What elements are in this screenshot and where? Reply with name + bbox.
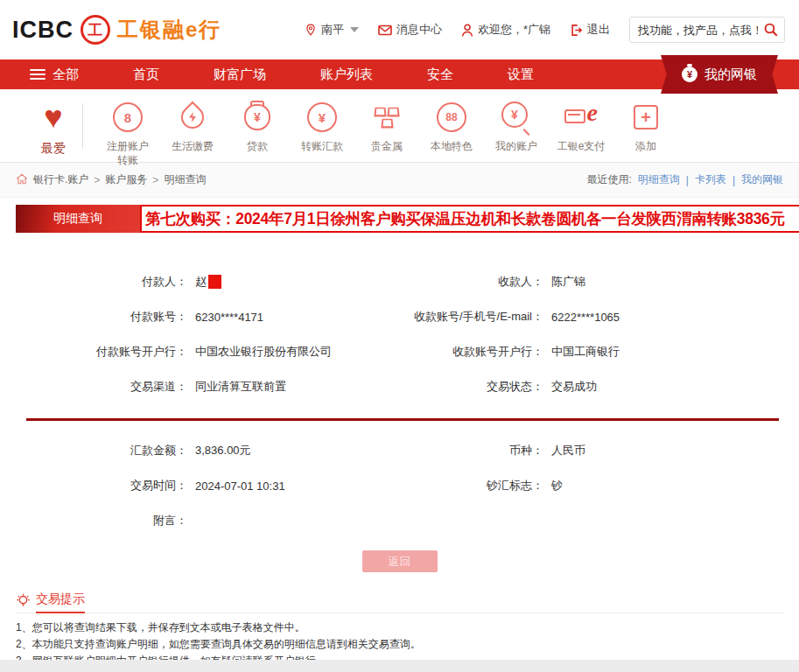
payee-bank-value: 中国工商银行 — [551, 344, 620, 360]
quicklink-precious-metal[interactable]: 贵金属 — [354, 100, 419, 154]
logout-label: 退出 — [587, 22, 610, 38]
quicklink-label: 生活缴费 — [168, 140, 217, 154]
recent-used-label: 最近使用: — [586, 172, 631, 187]
message-center-label: 消息中心 — [396, 22, 442, 38]
quicklink-loan[interactable]: ¥ 贷款 — [225, 100, 290, 154]
search-box — [629, 17, 785, 43]
breadcrumb-row: 银行卡.账户 > 账户服务 > 明细查询 最近使用: 明细查询 | 卡列表 | … — [0, 163, 799, 198]
transaction-tips: 交易提示 1、您可以将查询结果下载，并保存到文本或电子表格文件中。 2、本功能只… — [0, 592, 799, 660]
bulb-icon — [16, 593, 31, 612]
nav-item-settings[interactable]: 设置 — [508, 66, 534, 83]
quicklink-epay[interactable]: e 工银e支付 — [549, 100, 613, 154]
channel-value: 同业清算互联前置 — [195, 379, 286, 395]
quicklink-label: 转账汇款 — [298, 140, 347, 154]
payee-value: 陈广锦 — [551, 274, 585, 290]
quicklink-label: 工银e支付 — [557, 140, 606, 154]
my-ebank-tab[interactable]: ¥ 我的网银 — [661, 55, 778, 94]
transfer-remit-icon: ¥ — [307, 100, 337, 135]
detail-query-tab: 明细查询 — [16, 205, 140, 233]
quicklink-label: 贷款 — [233, 140, 282, 154]
location-pin-icon — [305, 23, 317, 37]
nav-all-label: 全部 — [53, 66, 79, 83]
payer-bank-label: 付款账号开户行： — [16, 344, 195, 360]
payee-account-label: 收款账号/手机号/E-mail： — [385, 309, 551, 325]
quicklink-my-account[interactable]: ¥ 我的账户 — [484, 100, 549, 154]
quicklink-label: 添加 — [621, 140, 670, 154]
message-center-link[interactable]: 消息中心 — [378, 22, 442, 38]
heart-icon: ♥ — [44, 100, 62, 135]
back-button[interactable]: 返回 — [362, 550, 438, 572]
search-icon[interactable] — [763, 22, 779, 41]
channel-label: 交易渠道： — [16, 379, 195, 395]
payer-value: 赵 — [195, 274, 207, 290]
envelope-icon — [378, 24, 392, 36]
search-input[interactable] — [629, 17, 785, 43]
precious-metal-icon — [371, 100, 403, 135]
location-selector[interactable]: 南平 — [305, 22, 359, 38]
quicklink-label: 我的账户 — [492, 140, 541, 154]
section-title-row: 明细查询 第七次购买：2024年7月1日徐州客户购买保温压边机和长款卷圆机各一台… — [16, 205, 799, 233]
tips-list: 1、您可以将查询结果下载，并保存到文本或电子表格文件中。 2、本功能只支持查询账… — [16, 620, 783, 660]
nav-item-accounts[interactable]: 账户列表 — [320, 66, 373, 83]
cash-flag-label: 钞汇标志： — [385, 478, 551, 494]
breadcrumb-item-account-services[interactable]: 账户服务 — [105, 172, 147, 187]
nav-accounts-label: 账户列表 — [320, 66, 373, 83]
welcome-label: 欢迎您，*广锦 — [478, 22, 550, 38]
annotation-note: 第七次购买：2024年7月1日徐州客户购买保温压边机和长款卷圆机各一台发陕西渭南… — [140, 205, 799, 233]
local-feature-icon: 88 — [437, 100, 466, 135]
quicklink-utility-payment[interactable]: 生活缴费 — [160, 100, 225, 154]
quicklink-favorites[interactable]: ♥ 最爱 — [26, 100, 81, 156]
welcome-user[interactable]: 欢迎您，*广锦 — [461, 22, 550, 38]
tips-header: 交易提示 — [16, 592, 783, 613]
tip-item: 3、网银互联账户明细由开户银行提供，如有疑问请联系开户银行。 — [16, 653, 783, 660]
icbc-wordmark: ICBC — [12, 17, 74, 44]
logout-icon — [570, 24, 583, 37]
nav-item-wealth[interactable]: 财富广场 — [214, 66, 266, 83]
logout-button[interactable]: 退出 — [570, 22, 610, 38]
breadcrumb-separator: > — [152, 174, 158, 186]
quicklink-local-feature[interactable]: 88 本地特色 — [419, 100, 484, 154]
recent-link-detail-query[interactable]: 明细查询 — [638, 172, 680, 187]
payee-bank-label: 收款账号开户行： — [385, 344, 551, 360]
nav-item-home[interactable]: 首页 — [133, 66, 159, 83]
nav-security-label: 安全 — [427, 66, 453, 83]
divider — [82, 103, 83, 149]
amount-label: 汇款金额： — [16, 443, 195, 458]
quicklink-transfer-remit[interactable]: ¥ 转账汇款 — [290, 100, 354, 154]
cash-flag-value: 钞 — [551, 478, 563, 494]
currency-label: 币种： — [385, 443, 551, 458]
nav-settings-label: 设置 — [508, 66, 534, 83]
nav-item-all[interactable]: 全部 — [30, 66, 79, 83]
quicklink-register-transfer[interactable]: 8 注册账户转账 — [95, 100, 160, 167]
quick-link-bar: ♥ 最爱 8 注册账户转账 生活缴费 ¥ 贷款 ¥ 转账汇款 贵金属 88 本地… — [0, 89, 799, 163]
currency-value: 人民币 — [551, 443, 585, 458]
detail-row-time-cashflag: 交易时间： 2024-07-01 10:31 钞汇标志： 钞 — [0, 468, 799, 503]
payee-account-value: 6222****1065 — [551, 311, 620, 324]
menu-icon — [30, 66, 46, 82]
nav-wealth-label: 财富广场 — [214, 66, 266, 83]
brand-title: 工银融e行 — [117, 16, 221, 44]
transaction-details: 付款人： 赵 收款人： 陈广锦 付款账号： 6230****4171 收款账号/… — [0, 233, 799, 572]
icbc-emblem-icon: 工 — [81, 15, 110, 45]
nav-item-security[interactable]: 安全 — [427, 66, 453, 83]
my-account-icon: ¥ — [501, 100, 531, 135]
detail-row-memo: 附言： — [0, 503, 799, 538]
breadcrumb-item-bankcard[interactable]: 银行卡.账户 — [33, 172, 88, 187]
recent-link-my-ebank[interactable]: 我的网银 — [741, 172, 783, 187]
top-header: ICBC 工 工银融e行 南平 消息中心 欢迎您，*广锦 退出 — [0, 0, 799, 60]
memo-label: 附言： — [16, 513, 195, 528]
quicklink-add[interactable]: + 添加 — [613, 100, 678, 154]
quicklink-label: 注册账户转账 — [103, 140, 152, 167]
location-label: 南平 — [321, 22, 344, 38]
recent-link-card-list[interactable]: 卡列表 — [695, 172, 726, 187]
status-label: 交易状态： — [385, 379, 551, 395]
icbc-logo[interactable]: ICBC 工 工银融e行 — [12, 15, 221, 45]
epay-icon: e — [564, 100, 598, 135]
user-icon — [461, 24, 473, 37]
home-icon[interactable] — [16, 173, 28, 187]
page: ICBC 工 工银融e行 南平 消息中心 欢迎您，*广锦 退出 — [0, 0, 799, 660]
recent-separator: | — [686, 174, 689, 186]
main-nav: 全部 首页 财富广场 账户列表 安全 设置 ¥ 我的网银 — [0, 60, 799, 89]
detail-row-channel-status: 交易渠道： 同业清算互联前置 交易状态： 交易成功 — [0, 369, 799, 404]
time-value: 2024-07-01 10:31 — [195, 480, 285, 493]
